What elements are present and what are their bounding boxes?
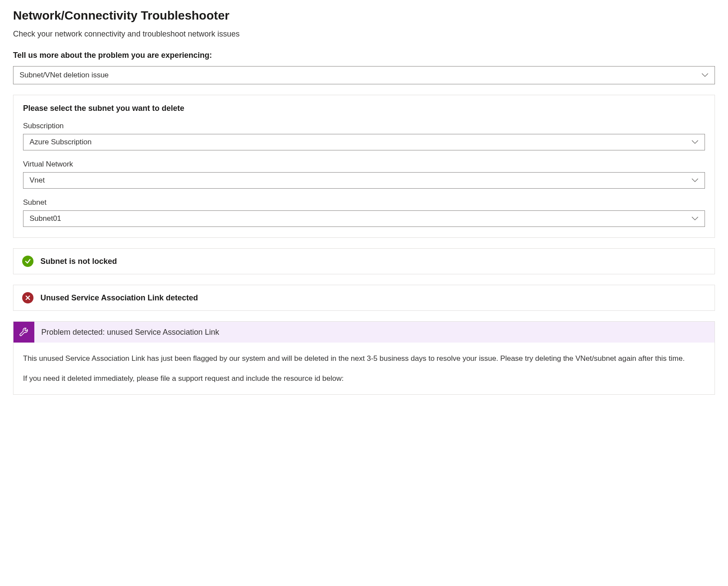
x-circle-icon [22,292,33,303]
lock-status-card: Subnet is not locked [13,248,715,274]
problem-selector-label: Tell us more about the problem you are e… [13,51,715,60]
wrench-icon [13,322,34,343]
virtual-network-value: Vnet [30,176,45,185]
subscription-label: Subscription [23,122,705,130]
chevron-down-icon [691,214,698,223]
chevron-down-icon [691,176,698,185]
subscription-value: Azure Subscription [30,138,92,146]
subnet-selection-card: Please select the subnet you want to del… [13,95,715,238]
problem-paragraph-2: If you need it deleted immediately, plea… [23,373,705,384]
subscription-dropdown[interactable]: Azure Subscription [23,134,705,150]
sal-status-text: Unused Service Association Link detected [40,293,198,303]
subnet-value: Subnet01 [30,214,61,223]
virtual-network-label: Virtual Network [23,160,705,169]
problem-detail-body: This unused Service Association Link has… [13,343,715,395]
problem-type-dropdown[interactable]: Subnet/VNet deletion issue [13,66,715,84]
subnet-dropdown[interactable]: Subnet01 [23,210,705,227]
subnet-form-heading: Please select the subnet you want to del… [23,104,705,113]
problem-paragraph-1: This unused Service Association Link has… [23,353,705,364]
chevron-down-icon [691,138,698,146]
subnet-label: Subnet [23,198,705,207]
check-circle-icon [22,256,33,267]
virtual-network-dropdown[interactable]: Vnet [23,172,705,189]
problem-type-value: Subnet/VNet deletion issue [20,71,109,80]
lock-status-text: Subnet is not locked [40,257,117,266]
chevron-down-icon [701,71,708,80]
problem-detail-title: Problem detected: unused Service Associa… [41,328,226,337]
sal-status-card: Unused Service Association Link detected [13,285,715,311]
page-subtitle: Check your network connectivity and trou… [13,30,715,39]
problem-detail-header: Problem detected: unused Service Associa… [13,321,715,343]
page-title: Network/Connectivity Troubleshooter [13,9,715,23]
